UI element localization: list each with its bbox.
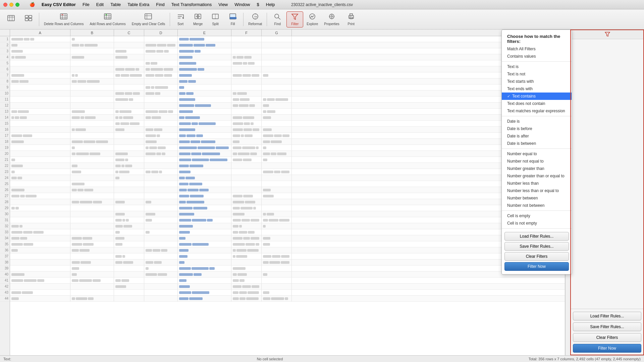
data-cell[interactable] <box>114 265 144 271</box>
data-cell[interactable] <box>144 169 178 175</box>
table-row[interactable] <box>10 241 565 247</box>
toolbar-add[interactable]: Add Rows and Columns <box>87 12 128 27</box>
data-cell[interactable] <box>70 127 114 132</box>
data-cell[interactable] <box>231 265 262 271</box>
data-cell[interactable] <box>231 241 262 247</box>
data-cell[interactable] <box>70 290 114 295</box>
data-cell[interactable] <box>10 54 70 60</box>
filter-item-text-is[interactable]: Text is <box>502 63 572 70</box>
data-cell[interactable] <box>144 145 178 150</box>
data-cell[interactable] <box>10 169 70 175</box>
data-cell[interactable] <box>70 54 114 60</box>
data-cell[interactable] <box>262 175 292 181</box>
data-cell[interactable] <box>262 205 292 211</box>
data-cell[interactable] <box>70 241 114 247</box>
data-cell[interactable] <box>231 97 262 102</box>
data-cell[interactable] <box>114 139 144 144</box>
data-cell[interactable] <box>70 272 114 277</box>
data-cell[interactable] <box>70 151 114 157</box>
data-cell[interactable] <box>70 163 114 169</box>
data-cell[interactable] <box>114 296 144 301</box>
data-cell[interactable] <box>10 217 70 223</box>
data-cell[interactable] <box>114 97 144 102</box>
app-menu-name[interactable]: Easy CSV Editor <box>39 1 78 8</box>
col-header-c[interactable]: C <box>114 29 144 36</box>
table-row[interactable] <box>10 157 565 163</box>
data-cell[interactable] <box>144 48 178 54</box>
data-cell[interactable] <box>178 90 231 96</box>
data-cell[interactable] <box>231 296 262 301</box>
data-cell[interactable] <box>114 115 144 120</box>
data-cell[interactable] <box>10 229 70 235</box>
col-header-d[interactable]: D <box>144 29 178 36</box>
table-row[interactable] <box>10 48 565 54</box>
data-cell[interactable] <box>178 199 231 205</box>
table-row[interactable] <box>10 247 565 253</box>
table-row[interactable] <box>10 72 565 78</box>
data-cell[interactable] <box>114 42 144 48</box>
data-cell[interactable] <box>70 187 114 193</box>
data-cell[interactable] <box>114 121 144 126</box>
data-cell[interactable] <box>231 199 262 205</box>
data-cell[interactable] <box>10 60 70 66</box>
data-cell[interactable] <box>144 229 178 235</box>
data-cell[interactable] <box>262 54 292 60</box>
data-cell[interactable] <box>231 157 262 163</box>
toolbar-reformat[interactable]: Aa Reformat <box>246 12 265 27</box>
apple-menu[interactable]: 🍎 <box>27 1 38 8</box>
data-cell[interactable] <box>114 253 144 259</box>
data-cell[interactable] <box>70 205 114 211</box>
data-cell[interactable] <box>10 278 70 283</box>
data-cell[interactable] <box>114 187 144 193</box>
data-cell[interactable] <box>10 103 70 108</box>
data-cell[interactable] <box>144 284 178 289</box>
data-cell[interactable] <box>262 223 292 229</box>
menu-dollar[interactable]: $ <box>254 1 262 8</box>
data-cell[interactable] <box>144 139 178 144</box>
data-cell[interactable] <box>70 296 114 301</box>
data-cell[interactable] <box>10 253 70 259</box>
data-cell[interactable] <box>114 109 144 114</box>
toolbar-empty[interactable]: Empty and Clear Cells <box>129 12 168 27</box>
data-cell[interactable] <box>114 235 144 241</box>
data-cell[interactable] <box>70 169 114 175</box>
data-cell[interactable] <box>10 72 70 78</box>
data-cell[interactable] <box>262 211 292 217</box>
table-row[interactable] <box>10 187 565 193</box>
data-cell[interactable] <box>70 253 114 259</box>
data-cell[interactable] <box>10 272 70 277</box>
data-cell[interactable] <box>231 223 262 229</box>
data-cell[interactable] <box>70 278 114 283</box>
data-cell[interactable] <box>262 229 292 235</box>
data-cell[interactable] <box>70 133 114 138</box>
table-row[interactable] <box>10 199 565 205</box>
menu-edit[interactable]: Edit <box>94 1 106 8</box>
data-cell[interactable] <box>10 199 70 205</box>
data-cell[interactable] <box>262 42 292 48</box>
toolbar-explore[interactable]: Explore <box>304 12 321 27</box>
data-cell[interactable] <box>144 223 178 229</box>
data-cell[interactable] <box>231 36 262 42</box>
data-cell[interactable] <box>70 229 114 235</box>
table-row[interactable] <box>10 235 565 241</box>
table-row[interactable] <box>10 284 565 290</box>
data-cell[interactable] <box>231 211 262 217</box>
table-row[interactable] <box>10 133 565 139</box>
data-cell[interactable] <box>70 103 114 108</box>
data-cell[interactable] <box>262 217 292 223</box>
table-row[interactable] <box>10 229 565 235</box>
table-row[interactable] <box>10 60 565 66</box>
data-cell[interactable] <box>70 247 114 253</box>
data-cell[interactable] <box>178 241 231 247</box>
data-cell[interactable] <box>231 229 262 235</box>
data-cell[interactable] <box>178 84 231 90</box>
data-cell[interactable] <box>262 109 292 114</box>
table-row[interactable] <box>10 151 565 157</box>
data-cell[interactable] <box>70 60 114 66</box>
data-cell[interactable] <box>70 48 114 54</box>
data-cell[interactable] <box>114 54 144 60</box>
filter-item-cell-is-not-empty[interactable]: Cell is not empty <box>502 220 572 227</box>
data-cell[interactable] <box>70 265 114 271</box>
data-cell[interactable] <box>10 296 70 301</box>
minimize-button[interactable] <box>9 3 13 7</box>
